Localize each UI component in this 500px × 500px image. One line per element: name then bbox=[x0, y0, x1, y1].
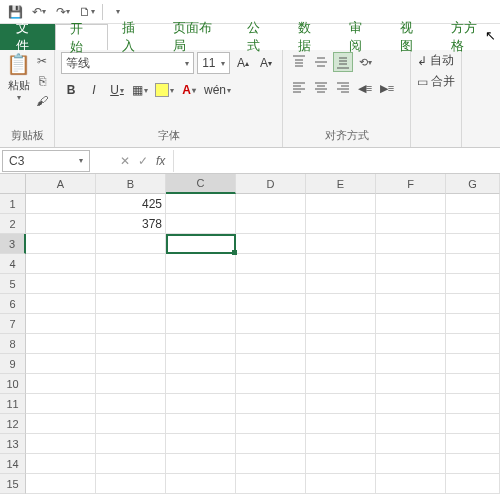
name-box[interactable]: C3▾ bbox=[2, 150, 90, 172]
confirm-formula-button[interactable]: ✓ bbox=[138, 154, 148, 168]
cell-D14[interactable] bbox=[236, 454, 306, 474]
increase-indent-button[interactable]: ▶≡ bbox=[377, 78, 397, 98]
cell-D10[interactable] bbox=[236, 374, 306, 394]
cell-F15[interactable] bbox=[376, 474, 446, 494]
cell-F8[interactable] bbox=[376, 334, 446, 354]
cell-G4[interactable] bbox=[446, 254, 500, 274]
cell-D8[interactable] bbox=[236, 334, 306, 354]
row-header[interactable]: 13 bbox=[0, 434, 26, 454]
cell-B6[interactable] bbox=[96, 294, 166, 314]
align-bottom-button[interactable] bbox=[333, 52, 353, 72]
row-header[interactable]: 1 bbox=[0, 194, 26, 214]
cell-C3[interactable] bbox=[166, 234, 236, 254]
cell-F4[interactable] bbox=[376, 254, 446, 274]
row-header[interactable]: 15 bbox=[0, 474, 26, 494]
cell-C14[interactable] bbox=[166, 454, 236, 474]
cell-E15[interactable] bbox=[306, 474, 376, 494]
phonetic-button[interactable]: wén bbox=[202, 80, 233, 100]
cell-G13[interactable] bbox=[446, 434, 500, 454]
cell-G3[interactable] bbox=[446, 234, 500, 254]
cell-A5[interactable] bbox=[26, 274, 96, 294]
cell-B1[interactable]: 425 bbox=[96, 194, 166, 214]
tab-insert[interactable]: 插入 bbox=[108, 24, 159, 50]
align-middle-button[interactable] bbox=[311, 52, 331, 72]
select-all-corner[interactable] bbox=[0, 174, 26, 194]
col-header[interactable]: D bbox=[236, 174, 306, 194]
cell-G2[interactable] bbox=[446, 214, 500, 234]
cell-E7[interactable] bbox=[306, 314, 376, 334]
cancel-formula-button[interactable]: ✕ bbox=[120, 154, 130, 168]
cell-F9[interactable] bbox=[376, 354, 446, 374]
cell-A2[interactable] bbox=[26, 214, 96, 234]
cell-E9[interactable] bbox=[306, 354, 376, 374]
cell-B11[interactable] bbox=[96, 394, 166, 414]
cell-B3[interactable] bbox=[96, 234, 166, 254]
cell-B9[interactable] bbox=[96, 354, 166, 374]
cell-B8[interactable] bbox=[96, 334, 166, 354]
cell-D3[interactable] bbox=[236, 234, 306, 254]
tab-formulas[interactable]: 公式 bbox=[233, 24, 284, 50]
cell-E3[interactable] bbox=[306, 234, 376, 254]
cell-D1[interactable] bbox=[236, 194, 306, 214]
format-painter-button[interactable]: 🖌 bbox=[33, 92, 51, 110]
cell-A14[interactable] bbox=[26, 454, 96, 474]
tab-view[interactable]: 视图 bbox=[386, 24, 437, 50]
border-button[interactable]: ▦ bbox=[130, 80, 150, 100]
col-header[interactable]: A bbox=[26, 174, 96, 194]
cell-C9[interactable] bbox=[166, 354, 236, 374]
font-color-button[interactable]: A bbox=[179, 80, 199, 100]
underline-button[interactable]: U bbox=[107, 80, 127, 100]
copy-button[interactable]: ⎘ bbox=[33, 72, 51, 90]
merge-button[interactable]: ▭合并 bbox=[417, 73, 455, 90]
cell-C4[interactable] bbox=[166, 254, 236, 274]
cell-A10[interactable] bbox=[26, 374, 96, 394]
tab-data[interactable]: 数据 bbox=[284, 24, 335, 50]
cell-E11[interactable] bbox=[306, 394, 376, 414]
cell-B2[interactable]: 378 bbox=[96, 214, 166, 234]
cell-C10[interactable] bbox=[166, 374, 236, 394]
qat-redo[interactable]: ↷▾ bbox=[52, 2, 74, 22]
cell-A8[interactable] bbox=[26, 334, 96, 354]
cell-C6[interactable] bbox=[166, 294, 236, 314]
cell-A3[interactable] bbox=[26, 234, 96, 254]
cell-F2[interactable] bbox=[376, 214, 446, 234]
cell-B10[interactable] bbox=[96, 374, 166, 394]
cell-C15[interactable] bbox=[166, 474, 236, 494]
cell-D5[interactable] bbox=[236, 274, 306, 294]
row-header[interactable]: 2 bbox=[0, 214, 26, 234]
cell-C13[interactable] bbox=[166, 434, 236, 454]
cell-D4[interactable] bbox=[236, 254, 306, 274]
cell-C5[interactable] bbox=[166, 274, 236, 294]
cell-B4[interactable] bbox=[96, 254, 166, 274]
col-header[interactable]: G bbox=[446, 174, 500, 194]
cell-C11[interactable] bbox=[166, 394, 236, 414]
orientation-button[interactable]: ⟲▾ bbox=[355, 52, 375, 72]
cell-E6[interactable] bbox=[306, 294, 376, 314]
cell-G8[interactable] bbox=[446, 334, 500, 354]
decrease-font-button[interactable]: A▾ bbox=[256, 53, 276, 73]
col-header[interactable]: E bbox=[306, 174, 376, 194]
decrease-indent-button[interactable]: ◀≡ bbox=[355, 78, 375, 98]
cell-B14[interactable] bbox=[96, 454, 166, 474]
cell-C8[interactable] bbox=[166, 334, 236, 354]
cell-F13[interactable] bbox=[376, 434, 446, 454]
cell-E12[interactable] bbox=[306, 414, 376, 434]
cell-G9[interactable] bbox=[446, 354, 500, 374]
cell-C7[interactable] bbox=[166, 314, 236, 334]
tab-file[interactable]: 文件 bbox=[0, 24, 55, 50]
align-center-button[interactable] bbox=[311, 78, 331, 98]
cell-E8[interactable] bbox=[306, 334, 376, 354]
cell-G5[interactable] bbox=[446, 274, 500, 294]
cell-A13[interactable] bbox=[26, 434, 96, 454]
cell-D15[interactable] bbox=[236, 474, 306, 494]
cell-E4[interactable] bbox=[306, 254, 376, 274]
cell-D11[interactable] bbox=[236, 394, 306, 414]
cell-B15[interactable] bbox=[96, 474, 166, 494]
cell-E2[interactable] bbox=[306, 214, 376, 234]
cell-F11[interactable] bbox=[376, 394, 446, 414]
cell-A4[interactable] bbox=[26, 254, 96, 274]
col-header[interactable]: C bbox=[166, 174, 236, 194]
insert-function-button[interactable]: fx bbox=[156, 154, 165, 168]
cell-A6[interactable] bbox=[26, 294, 96, 314]
cell-F6[interactable] bbox=[376, 294, 446, 314]
